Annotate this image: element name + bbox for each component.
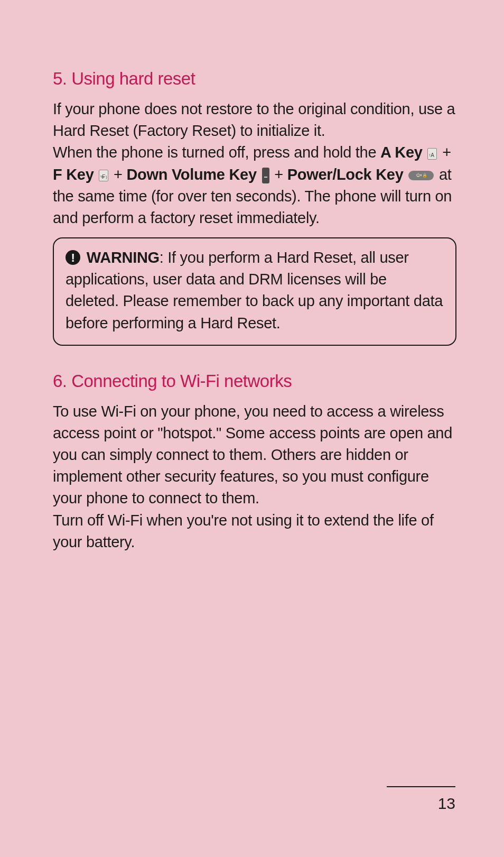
plus-2: + — [109, 166, 126, 183]
warning-box: ! WARNING: If you perform a Hard Reset, … — [53, 237, 456, 346]
volume-key-icon — [262, 168, 269, 183]
a-key-label: A Key — [380, 144, 423, 161]
section-6-paragraph-1: To use Wi-Fi on your phone, you need to … — [53, 401, 456, 510]
power-key-icon — [408, 171, 434, 180]
plus-1: + — [438, 144, 451, 161]
f-key-icon: F — [99, 170, 108, 181]
down-volume-key-label: Down Volume Key — [126, 166, 256, 183]
section-5-heading: 5. Using hard reset — [53, 69, 456, 89]
footer-divider — [387, 786, 455, 787]
warning-content: ! WARNING: If you perform a Hard Reset, … — [66, 247, 444, 334]
warning-icon: ! — [66, 250, 80, 265]
f-key-label: F Key — [53, 166, 94, 183]
a-key-icon: A — [427, 148, 437, 160]
page-footer: 13 — [387, 786, 455, 813]
warning-label: WARNING — [87, 249, 160, 266]
section-6-heading: 6. Connecting to Wi-Fi networks — [53, 371, 456, 391]
power-lock-key-label: Power/Lock Key — [287, 166, 404, 183]
page-number: 13 — [438, 795, 455, 813]
section-6-paragraph-2: Turn off Wi-Fi when you're not using it … — [53, 510, 456, 553]
section-5-paragraph-1: If your phone does not restore to the or… — [53, 98, 456, 142]
para2-text-1: When the phone is turned off, press and … — [53, 144, 380, 161]
section-5-paragraph-2: When the phone is turned off, press and … — [53, 142, 456, 229]
plus-3: + — [270, 166, 287, 183]
